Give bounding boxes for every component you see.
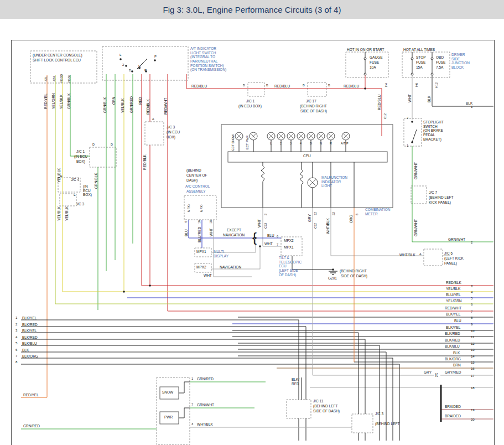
junction-dot bbox=[145, 70, 147, 73]
junction-dot bbox=[364, 87, 366, 90]
box-jc1-mid bbox=[248, 82, 264, 96]
box-gauge-fuse-block bbox=[346, 52, 388, 77]
box-jc17 bbox=[308, 82, 326, 96]
fuse-icon bbox=[364, 73, 366, 75]
wire-md-link-1 bbox=[211, 238, 256, 252]
junction-dot bbox=[254, 237, 257, 239]
box-jc6 bbox=[424, 249, 443, 266]
wire-snow-link bbox=[179, 382, 190, 393]
box-ect-panel bbox=[157, 377, 190, 444]
box-jc11 bbox=[287, 400, 311, 418]
fuse-icon bbox=[431, 73, 433, 75]
junction-dot bbox=[411, 121, 413, 123]
wire-red-blu-h bbox=[186, 89, 382, 125]
box-md-mpx1 bbox=[195, 248, 211, 257]
fuse-icon bbox=[364, 58, 366, 60]
junction-dot bbox=[138, 67, 141, 69]
box-shift-lock-ecu bbox=[30, 51, 97, 83]
resistor-icon bbox=[300, 169, 303, 185]
box-pwr-button bbox=[160, 412, 179, 424]
wire-pwr-link bbox=[179, 408, 190, 418]
wire-red-yel bbox=[21, 75, 47, 397]
resistor-icon bbox=[261, 166, 264, 182]
box-tilt-ecu-conn bbox=[281, 237, 302, 256]
junction-dot bbox=[154, 59, 156, 61]
junction-dot bbox=[131, 70, 133, 73]
wire-meter-wht-blk bbox=[331, 208, 424, 256]
junction-dot bbox=[123, 291, 125, 293]
wire-stop-lever bbox=[412, 130, 417, 142]
box-cpu bbox=[228, 152, 387, 162]
box-jc4 bbox=[58, 178, 80, 192]
wire-ac-wht bbox=[214, 220, 252, 277]
box-jc1-left bbox=[90, 147, 116, 167]
junction-dot bbox=[119, 58, 122, 60]
fuse-icon bbox=[411, 73, 413, 75]
box-md-mpx2 bbox=[195, 263, 211, 272]
box-stop-obd-fuse-block bbox=[402, 52, 450, 77]
wire-row3 bbox=[21, 333, 358, 414]
junction-dot bbox=[149, 284, 151, 287]
wire-grn-blk-a bbox=[70, 75, 90, 156]
junction-dot bbox=[259, 245, 261, 247]
wire-md-link-2 bbox=[211, 246, 260, 269]
box-jc3-bottom bbox=[352, 414, 373, 433]
junction-dot bbox=[125, 65, 127, 67]
wire-meter-wht bbox=[263, 208, 281, 246]
wire-row7 bbox=[21, 358, 393, 441]
junction-dot bbox=[411, 141, 413, 143]
wire-at-lever bbox=[137, 59, 147, 69]
box-jc7 bbox=[411, 186, 427, 204]
fuse-icon bbox=[411, 58, 413, 60]
wire-row5 bbox=[21, 345, 380, 441]
wiring-diagram-canvas bbox=[0, 0, 504, 445]
wire-row2 bbox=[21, 327, 306, 400]
box-jc3-top bbox=[145, 122, 164, 145]
wire-row4 bbox=[21, 339, 365, 414]
wire-obd-blk bbox=[432, 75, 493, 106]
junction-dot bbox=[332, 268, 334, 271]
wire-grn-wht bbox=[412, 146, 493, 242]
box-ac-control bbox=[184, 195, 216, 220]
box-snow-button bbox=[160, 387, 179, 399]
wire-ac-blu bbox=[189, 220, 281, 238]
fuse-icon bbox=[431, 58, 433, 60]
